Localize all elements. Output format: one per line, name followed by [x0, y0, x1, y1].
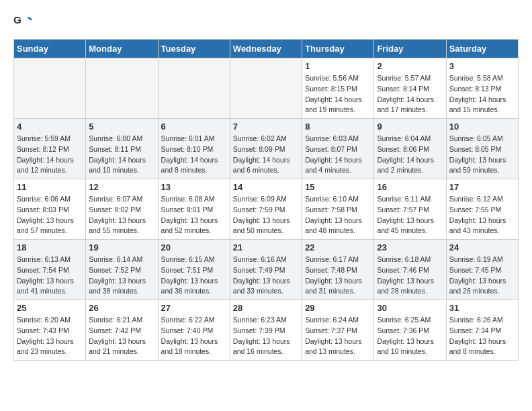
day-number: 27: [161, 303, 227, 313]
calendar-cell: [230, 58, 302, 119]
calendar-cell: 29Sunrise: 6:24 AM Sunset: 7:37 PM Dayli…: [302, 300, 374, 361]
calendar-cell: 24Sunrise: 6:19 AM Sunset: 7:45 PM Dayli…: [446, 240, 518, 300]
day-info: Sunrise: 6:04 AM Sunset: 8:06 PM Dayligh…: [377, 134, 443, 176]
day-number: 8: [305, 122, 371, 132]
day-info: Sunrise: 6:22 AM Sunset: 7:40 PM Dayligh…: [161, 315, 227, 357]
calendar-cell: 10Sunrise: 6:05 AM Sunset: 8:05 PM Dayli…: [446, 119, 518, 179]
day-info: Sunrise: 6:12 AM Sunset: 7:55 PM Dayligh…: [449, 194, 515, 236]
calendar-cell: 31Sunrise: 6:26 AM Sunset: 7:34 PM Dayli…: [446, 300, 518, 361]
calendar-cell: 14Sunrise: 6:09 AM Sunset: 7:59 PM Dayli…: [230, 179, 302, 240]
day-number: 19: [89, 242, 154, 253]
calendar-cell: 8Sunrise: 6:03 AM Sunset: 8:07 PM Daylig…: [302, 119, 374, 179]
logo: G: [13, 13, 35, 32]
calendar-cell: 16Sunrise: 6:11 AM Sunset: 7:57 PM Dayli…: [374, 179, 446, 240]
day-number: 11: [17, 182, 83, 192]
calendar-cell: 19Sunrise: 6:14 AM Sunset: 7:52 PM Dayli…: [86, 240, 158, 300]
day-info: Sunrise: 6:24 AM Sunset: 7:37 PM Dayligh…: [305, 315, 371, 357]
day-number: 13: [161, 182, 227, 192]
calendar-cell: 21Sunrise: 6:16 AM Sunset: 7:49 PM Dayli…: [230, 240, 302, 300]
day-info: Sunrise: 6:14 AM Sunset: 7:52 PM Dayligh…: [89, 255, 154, 297]
day-number: 4: [17, 122, 83, 132]
day-number: 20: [161, 242, 227, 253]
day-number: 23: [377, 242, 443, 253]
day-info: Sunrise: 5:58 AM Sunset: 8:13 PM Dayligh…: [449, 73, 515, 116]
calendar-cell: 11Sunrise: 6:06 AM Sunset: 8:03 PM Dayli…: [14, 179, 86, 240]
logo-icon: G: [13, 13, 32, 32]
calendar-cell: 15Sunrise: 6:10 AM Sunset: 7:58 PM Dayli…: [302, 179, 374, 240]
calendar-cell: 6Sunrise: 6:01 AM Sunset: 8:10 PM Daylig…: [158, 119, 230, 179]
day-of-week-saturday: Saturday: [446, 40, 518, 58]
calendar-cell: 28Sunrise: 6:23 AM Sunset: 7:39 PM Dayli…: [230, 300, 302, 361]
calendar-cell: 5Sunrise: 6:00 AM Sunset: 8:11 PM Daylig…: [86, 119, 158, 179]
calendar-week-row: 11Sunrise: 6:06 AM Sunset: 8:03 PM Dayli…: [14, 179, 519, 240]
day-of-week-friday: Friday: [374, 40, 446, 58]
day-number: 6: [161, 122, 227, 132]
day-info: Sunrise: 6:01 AM Sunset: 8:10 PM Dayligh…: [161, 134, 227, 176]
day-info: Sunrise: 6:10 AM Sunset: 7:58 PM Dayligh…: [305, 194, 371, 236]
day-number: 10: [449, 122, 515, 132]
calendar-cell: 27Sunrise: 6:22 AM Sunset: 7:40 PM Dayli…: [158, 300, 230, 361]
day-number: 25: [17, 303, 83, 313]
day-number: 29: [305, 303, 371, 313]
calendar-cell: 22Sunrise: 6:17 AM Sunset: 7:48 PM Dayli…: [302, 240, 374, 300]
calendar-cell: 13Sunrise: 6:08 AM Sunset: 8:01 PM Dayli…: [158, 179, 230, 240]
day-info: Sunrise: 6:02 AM Sunset: 8:09 PM Dayligh…: [233, 134, 299, 176]
day-info: Sunrise: 5:56 AM Sunset: 8:15 PM Dayligh…: [305, 73, 371, 116]
day-number: 9: [377, 122, 443, 132]
day-info: Sunrise: 6:26 AM Sunset: 7:34 PM Dayligh…: [449, 315, 515, 357]
calendar-cell: 20Sunrise: 6:15 AM Sunset: 7:51 PM Dayli…: [158, 240, 230, 300]
day-number: 14: [233, 182, 299, 192]
day-of-week-tuesday: Tuesday: [158, 40, 230, 58]
day-info: Sunrise: 6:11 AM Sunset: 7:57 PM Dayligh…: [377, 194, 443, 236]
day-info: Sunrise: 6:20 AM Sunset: 7:43 PM Dayligh…: [17, 315, 83, 357]
calendar-week-row: 1Sunrise: 5:56 AM Sunset: 8:15 PM Daylig…: [14, 58, 519, 119]
day-of-week-monday: Monday: [86, 40, 158, 58]
day-info: Sunrise: 6:05 AM Sunset: 8:05 PM Dayligh…: [449, 134, 515, 176]
day-number: 12: [89, 182, 154, 192]
day-info: Sunrise: 6:16 AM Sunset: 7:49 PM Dayligh…: [233, 255, 299, 297]
day-info: Sunrise: 5:57 AM Sunset: 8:14 PM Dayligh…: [377, 73, 443, 116]
calendar-cell: [14, 58, 86, 119]
calendar-cell: 23Sunrise: 6:18 AM Sunset: 7:46 PM Dayli…: [374, 240, 446, 300]
day-number: 17: [449, 182, 515, 192]
day-info: Sunrise: 6:07 AM Sunset: 8:02 PM Dayligh…: [89, 194, 154, 236]
day-number: 1: [305, 61, 371, 71]
day-info: Sunrise: 6:25 AM Sunset: 7:36 PM Dayligh…: [377, 315, 443, 357]
calendar-cell: 1Sunrise: 5:56 AM Sunset: 8:15 PM Daylig…: [302, 58, 374, 119]
day-info: Sunrise: 6:00 AM Sunset: 8:11 PM Dayligh…: [89, 134, 154, 176]
day-info: Sunrise: 6:15 AM Sunset: 7:51 PM Dayligh…: [161, 255, 227, 297]
day-number: 24: [449, 242, 515, 253]
day-number: 21: [233, 242, 299, 253]
calendar-week-row: 18Sunrise: 6:13 AM Sunset: 7:54 PM Dayli…: [14, 240, 519, 300]
day-info: Sunrise: 6:19 AM Sunset: 7:45 PM Dayligh…: [449, 255, 515, 297]
day-info: Sunrise: 6:13 AM Sunset: 7:54 PM Dayligh…: [17, 255, 83, 297]
day-number: 16: [377, 182, 443, 192]
calendar-cell: 25Sunrise: 6:20 AM Sunset: 7:43 PM Dayli…: [14, 300, 86, 361]
calendar-cell: [158, 58, 230, 119]
day-info: Sunrise: 6:08 AM Sunset: 8:01 PM Dayligh…: [161, 194, 227, 236]
day-number: 5: [89, 122, 154, 132]
calendar-cell: 18Sunrise: 6:13 AM Sunset: 7:54 PM Dayli…: [14, 240, 86, 300]
day-number: 22: [305, 242, 371, 253]
calendar-cell: 12Sunrise: 6:07 AM Sunset: 8:02 PM Dayli…: [86, 179, 158, 240]
day-info: Sunrise: 6:21 AM Sunset: 7:42 PM Dayligh…: [89, 315, 154, 357]
calendar-cell: [86, 58, 158, 119]
day-number: 26: [89, 303, 154, 313]
calendar-table: SundayMondayTuesdayWednesdayThursdayFrid…: [13, 39, 519, 361]
calendar-cell: 30Sunrise: 6:25 AM Sunset: 7:36 PM Dayli…: [374, 300, 446, 361]
calendar-cell: 9Sunrise: 6:04 AM Sunset: 8:06 PM Daylig…: [374, 119, 446, 179]
day-info: Sunrise: 6:23 AM Sunset: 7:39 PM Dayligh…: [233, 315, 299, 357]
day-info: Sunrise: 6:06 AM Sunset: 8:03 PM Dayligh…: [17, 194, 83, 236]
day-number: 30: [377, 303, 443, 313]
day-info: Sunrise: 6:17 AM Sunset: 7:48 PM Dayligh…: [305, 255, 371, 297]
calendar-cell: 2Sunrise: 5:57 AM Sunset: 8:14 PM Daylig…: [374, 58, 446, 119]
page-header: G: [13, 13, 519, 32]
day-of-week-sunday: Sunday: [14, 40, 86, 58]
day-number: 2: [377, 61, 443, 71]
day-of-week-wednesday: Wednesday: [230, 40, 302, 58]
calendar-cell: 3Sunrise: 5:58 AM Sunset: 8:13 PM Daylig…: [446, 58, 518, 119]
day-info: Sunrise: 6:18 AM Sunset: 7:46 PM Dayligh…: [377, 255, 443, 297]
day-number: 7: [233, 122, 299, 132]
day-number: 28: [233, 303, 299, 313]
calendar-week-row: 4Sunrise: 5:59 AM Sunset: 8:12 PM Daylig…: [14, 119, 519, 179]
